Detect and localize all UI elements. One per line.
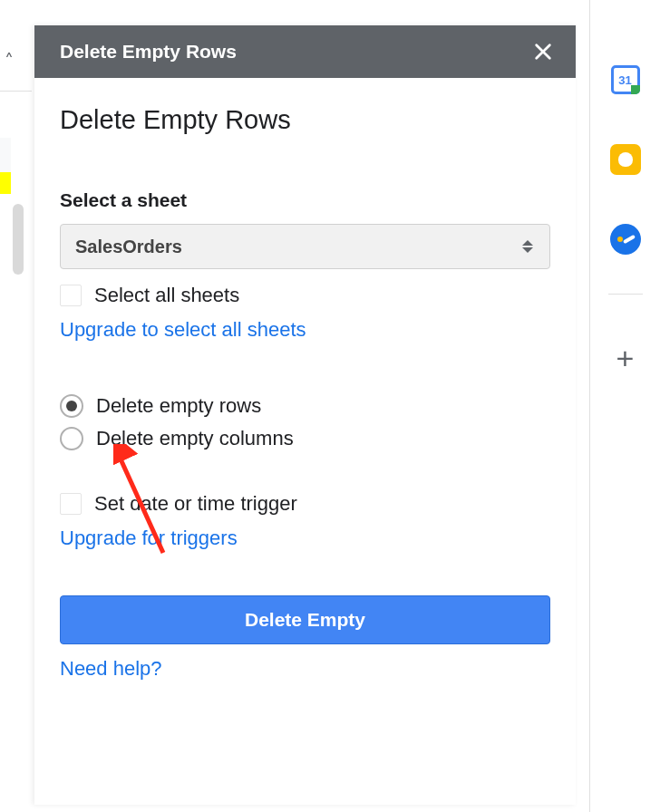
delete-empty-rows-label: Delete empty rows: [96, 394, 261, 418]
set-trigger-checkbox[interactable]: Set date or time trigger: [60, 492, 550, 516]
sheet-dropdown[interactable]: SalesOrders: [60, 224, 550, 269]
upgrade-triggers-link[interactable]: Upgrade for triggers: [60, 527, 238, 550]
keep-app-icon[interactable]: [609, 143, 642, 176]
panel-title: Delete Empty Rows: [60, 41, 237, 63]
divider: [0, 91, 32, 92]
tasks-icon: [610, 224, 641, 255]
add-addon-button[interactable]: +: [609, 342, 642, 374]
tasks-app-icon[interactable]: [609, 223, 642, 256]
delete-empty-button[interactable]: Delete Empty: [60, 595, 550, 644]
delete-empty-rows-radio[interactable]: Delete empty rows: [60, 394, 550, 418]
close-icon: [533, 42, 553, 62]
radio-selected-icon: [60, 394, 83, 418]
plus-icon: +: [616, 343, 635, 373]
checkbox-icon: [60, 493, 82, 515]
select-all-sheets-label: Select all sheets: [94, 284, 239, 307]
panel-header: Delete Empty Rows: [34, 25, 576, 78]
highlighted-cell-sliver: [0, 172, 11, 194]
keep-icon: [610, 144, 641, 175]
chevron-up-icon: ˄: [5, 50, 14, 72]
sheet-dropdown-value: SalesOrders: [75, 237, 182, 257]
calendar-day-number: 31: [618, 73, 631, 87]
calendar-icon: 31: [611, 65, 640, 94]
dropdown-caret-icon: [522, 240, 533, 253]
select-all-sheets-checkbox[interactable]: Select all sheets: [60, 284, 550, 307]
checkbox-icon: [60, 285, 82, 306]
google-side-panel: 31 +: [589, 0, 660, 812]
upgrade-select-all-link[interactable]: Upgrade to select all sheets: [60, 318, 306, 342]
delete-empty-columns-label: Delete empty columns: [96, 427, 294, 450]
need-help-link[interactable]: Need help?: [60, 657, 162, 681]
scrollbar-sliver[interactable]: [13, 204, 24, 275]
sheet-column-sliver: [0, 138, 11, 172]
radio-unselected-icon: [60, 427, 83, 450]
select-sheet-label: Select a sheet: [60, 189, 550, 211]
panel-body: Delete Empty Rows Select a sheet SalesOr…: [34, 78, 576, 681]
delete-empty-columns-radio[interactable]: Delete empty columns: [60, 427, 550, 450]
main-heading: Delete Empty Rows: [60, 105, 550, 135]
calendar-app-icon[interactable]: 31: [609, 63, 642, 96]
close-button[interactable]: [530, 39, 556, 64]
side-divider: [608, 294, 643, 295]
set-trigger-label: Set date or time trigger: [94, 492, 297, 516]
addon-sidebar-panel: Delete Empty Rows Delete Empty Rows Sele…: [34, 25, 576, 805]
